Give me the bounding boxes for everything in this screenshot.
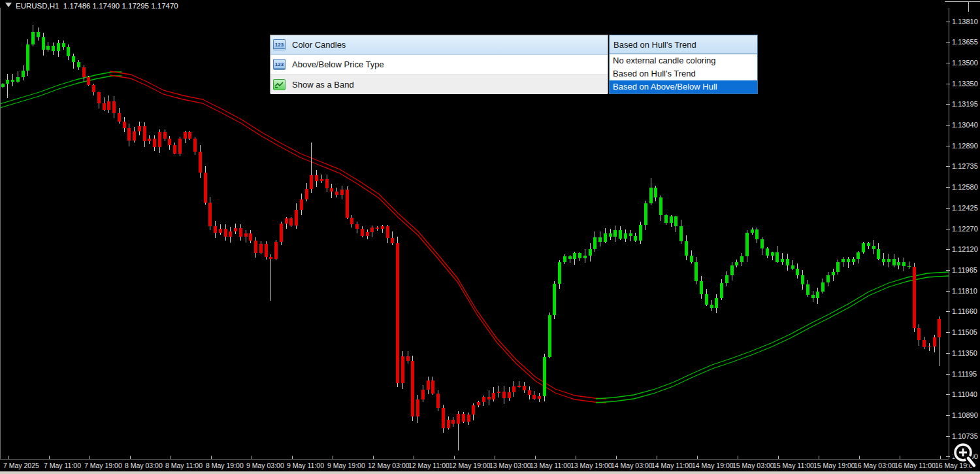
candle-body <box>847 259 850 262</box>
candle-body <box>781 259 784 262</box>
price-axis-tick <box>946 208 950 209</box>
candle-body <box>644 203 647 224</box>
candle-body <box>330 188 333 192</box>
candle-body <box>578 253 581 258</box>
candle-body <box>796 269 799 275</box>
candle-body <box>740 256 743 263</box>
candle-body <box>826 275 830 282</box>
time-axis-tick <box>333 456 333 459</box>
price-axis-tick <box>946 166 950 167</box>
candle-body <box>37 32 40 37</box>
menu-item-label: Above/Below Price Type <box>292 59 384 69</box>
candle-body <box>244 233 248 237</box>
candle-body <box>31 32 35 44</box>
candle-body <box>62 43 65 47</box>
price-axis-tick <box>946 291 950 292</box>
time-axis-tick <box>292 456 293 459</box>
time-axis-tick <box>130 456 131 459</box>
dropdown-option-based-on-above-below-hull[interactable]: Based on Above/Below Hull <box>610 80 757 93</box>
price-axis-label: 1.11040 <box>952 390 977 398</box>
dropdown-current-value[interactable]: Based on Hull's Trend <box>609 35 758 54</box>
candle-body <box>933 337 936 347</box>
candle-body <box>178 139 182 154</box>
dropdown-option-no-external-coloring[interactable]: No external candle coloring <box>610 54 757 67</box>
price-axis-tick <box>946 104 950 105</box>
candle-body <box>852 259 855 262</box>
time-axis-label: 12 May 11:00 <box>408 462 449 469</box>
candle-body <box>882 259 885 262</box>
candle-body <box>11 80 14 82</box>
price-axis-label: 1.12120 <box>952 245 978 253</box>
candle-body <box>836 262 840 272</box>
candle-body <box>421 390 425 399</box>
candle-body <box>265 244 268 257</box>
chart-title-bar: EURUSD,H1 1.17486 1.17490 1.17295 1.1747… <box>0 0 980 10</box>
candle-body <box>619 230 622 239</box>
candle-body <box>239 228 242 237</box>
candle-body <box>224 229 227 237</box>
candle-body <box>923 340 926 347</box>
candle-body <box>153 139 156 146</box>
candle-body <box>583 256 587 259</box>
candle-body <box>872 246 875 249</box>
indicator-context-menu: 123 Color Candles 123 Above/Below Price … <box>270 35 608 93</box>
candle-body <box>766 248 769 256</box>
candle-body <box>705 294 708 305</box>
candle-body <box>57 43 60 51</box>
hull-ma-band-line <box>110 71 606 399</box>
candle-body <box>361 229 364 236</box>
numeric-parameter-icon: 123 <box>273 39 286 50</box>
price-axis-label: 1.13195 <box>952 100 978 108</box>
symbol-dropdown-triangle-icon[interactable] <box>5 3 12 7</box>
candle-body <box>254 241 257 253</box>
candle-body <box>92 85 95 93</box>
candle-body <box>634 236 637 241</box>
candle-body <box>508 392 511 398</box>
candle-body <box>457 414 460 424</box>
time-axis-label: 8 May 11:00 <box>165 462 203 469</box>
chart-window: EURUSD,H1 1.17486 1.17490 1.17295 1.1747… <box>0 0 980 474</box>
candle-body <box>715 298 718 308</box>
window-bottom-edge <box>0 471 980 474</box>
candle-body <box>745 233 749 256</box>
candle-body <box>543 357 546 396</box>
candle-body <box>366 232 369 237</box>
candle-body <box>523 386 526 390</box>
candle-body <box>229 231 232 237</box>
candle-body <box>497 392 500 394</box>
candle-body <box>325 179 329 188</box>
candle-body <box>401 356 404 383</box>
price-axis-tick <box>946 187 950 188</box>
menu-item-show-as-a-band[interactable]: Show as a Band <box>270 75 608 94</box>
price-axis-label: 1.11195 <box>952 370 977 378</box>
candle-body <box>760 239 764 249</box>
candle-body <box>776 252 779 262</box>
candle-body <box>103 103 106 110</box>
time-axis-label: 7 May 11:00 <box>44 462 81 469</box>
candle-body <box>416 399 419 416</box>
candle-body <box>659 197 662 216</box>
price-axis-tick <box>946 394 950 395</box>
price-axis-tick <box>946 63 950 63</box>
chart-left-border <box>0 8 1 459</box>
price-axis-tick <box>946 125 950 126</box>
candle-body <box>467 415 470 422</box>
candle-body <box>700 281 703 294</box>
candle-body <box>289 218 293 226</box>
band-chart-icon <box>273 79 286 90</box>
dropdown-option-based-on-hulls-trend[interactable]: Based on Hull's Trend <box>610 67 757 80</box>
time-axis-label: 8 May 03:00 <box>125 462 163 469</box>
hull-ma-band-line <box>596 276 949 403</box>
price-axis-tick <box>946 42 950 42</box>
candle-body <box>451 420 455 424</box>
price-axis-label: 1.11505 <box>952 328 977 336</box>
candle-body <box>199 152 202 173</box>
candle-body <box>801 275 804 284</box>
menu-item-color-candles[interactable]: 123 Color Candles <box>270 35 608 55</box>
candle-body <box>877 249 880 259</box>
time-axis-tick <box>495 456 495 459</box>
candle-body <box>553 284 556 315</box>
candle-body <box>613 230 617 237</box>
time-axis-label: 9 May 19:00 <box>327 462 365 469</box>
menu-item-above-below-price-type[interactable]: 123 Above/Below Price Type <box>270 55 608 75</box>
